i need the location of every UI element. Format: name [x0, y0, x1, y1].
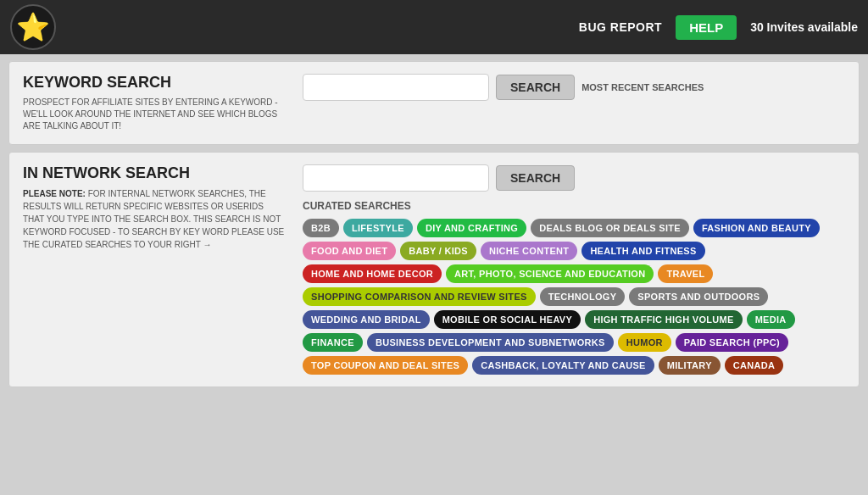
top-bar-right: BUG REPORT HELP 30 Invites available [579, 15, 858, 40]
tag-media[interactable]: MEDIA [747, 310, 795, 329]
star-icon: ⭐ [16, 11, 50, 43]
tag-shopping-comparison-and-review-sites[interactable]: SHOPPING COMPARISON AND REVIEW SITES [303, 287, 536, 306]
help-button[interactable]: HELP [676, 15, 737, 40]
most-recent-label: MOST RECENT SEARCHES [581, 82, 704, 92]
tag-humor[interactable]: HUMOR [618, 333, 671, 352]
network-left: IN NETWORK SEARCH PLEASE NOTE: FOR INTER… [23, 164, 286, 251]
invites-label: 30 Invites available [750, 20, 858, 34]
bug-report-label[interactable]: BUG REPORT [579, 20, 662, 34]
keyword-desc: PROSPECT FOR AFFILIATE SITES BY ENTERING… [23, 97, 286, 132]
keyword-search-button[interactable]: SEARCH [496, 75, 575, 100]
tag-top-coupon-and-deal-sites[interactable]: TOP COUPON AND DEAL SITES [303, 356, 468, 375]
tag-travel[interactable]: TRAVEL [658, 264, 713, 283]
tag-business-development-and-subnetworks[interactable]: BUSINESS DEVELOPMENT AND SUBNETWORKS [367, 333, 614, 352]
network-search-input[interactable] [303, 164, 489, 192]
tag-cashback-loyalty-and-cause[interactable]: CASHBACK, LOYALTY AND CAUSE [472, 356, 654, 375]
tag-home-and-home-decor[interactable]: HOME AND HOME DECOR [303, 264, 442, 283]
network-note: PLEASE NOTE: FOR INTERNAL NETWORK SEARCH… [23, 187, 286, 251]
tag-b2b[interactable]: B2B [303, 219, 339, 237]
tag-technology[interactable]: TECHNOLOGY [540, 287, 626, 306]
keyword-right: SEARCH MOST RECENT SEARCHES [303, 74, 845, 101]
network-right: SEARCH CURATED SEARCHES B2BLIFESTYLEDIY … [303, 164, 845, 375]
keyword-left: KEYWORD SEARCH PROSPECT FOR AFFILIATE SI… [23, 74, 286, 132]
network-note-bold: PLEASE NOTE: [23, 189, 86, 198]
main-content: KEYWORD SEARCH PROSPECT FOR AFFILIATE SI… [0, 54, 868, 394]
tag-fashion-and-beauty[interactable]: FASHION AND BEAUTY [693, 219, 820, 237]
network-search-row: SEARCH [303, 164, 845, 192]
tag-diy-and-crafting[interactable]: DIY AND CRAFTING [417, 219, 526, 237]
top-bar: ⭐ BUG REPORT HELP 30 Invites available [0, 0, 868, 54]
tag-art-photo-science-and-education[interactable]: ART, PHOTO, SCIENCE AND EDUCATION [446, 264, 654, 283]
tag-canada[interactable]: CANADA [725, 356, 783, 375]
tag-lifestyle[interactable]: LIFESTYLE [343, 219, 413, 237]
logo: ⭐ [10, 4, 56, 50]
tag-food-and-diet[interactable]: FOOD AND DIET [303, 242, 396, 260]
keyword-search-panel: KEYWORD SEARCH PROSPECT FOR AFFILIATE SI… [8, 61, 860, 145]
tag-mobile-or-social-heavy[interactable]: MOBILE OR SOCIAL HEAVY [434, 310, 581, 329]
keyword-search-input[interactable] [303, 74, 489, 101]
tag-military[interactable]: MILITARY [659, 356, 721, 375]
tag-deals-blog-or-deals-site[interactable]: DEALS BLOG OR DEALS SITE [531, 219, 689, 237]
network-search-button[interactable]: SEARCH [496, 165, 575, 191]
tag-paid-search-ppc-[interactable]: PAID SEARCH (PPC) [676, 333, 788, 352]
network-title: IN NETWORK SEARCH [23, 164, 286, 182]
tag-health-and-fitness[interactable]: HEALTH AND FITNESS [581, 242, 704, 260]
tags-container: B2BLIFESTYLEDIY AND CRAFTINGDEALS BLOG O… [303, 219, 845, 375]
tag-sports-and-outdoors[interactable]: SPORTS AND OUTDOORS [629, 287, 768, 306]
keyword-title: KEYWORD SEARCH [23, 74, 286, 92]
tag-niche-content[interactable]: NICHE CONTENT [481, 242, 577, 260]
curated-searches-title: CURATED SEARCHES [303, 200, 845, 212]
tag-wedding-and-bridal[interactable]: WEDDING AND BRIDAL [303, 310, 430, 329]
tag-baby-kids[interactable]: BABY / KIDS [400, 242, 476, 260]
tag-high-traffic-high-volume[interactable]: HIGH TRAFFIC HIGH VOLUME [585, 310, 742, 329]
tag-finance[interactable]: FINANCE [303, 333, 363, 352]
network-search-panel: IN NETWORK SEARCH PLEASE NOTE: FOR INTER… [8, 152, 860, 387]
